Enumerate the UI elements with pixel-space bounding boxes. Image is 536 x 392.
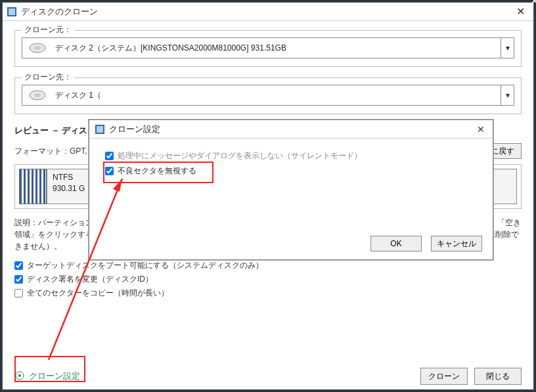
- gear-icon: [14, 370, 25, 383]
- outer-close-icon: ✕: [530, 0, 536, 7]
- bootable-checkbox[interactable]: ターゲットディスクをブート可能にする（システムディスクのみ）: [14, 260, 522, 271]
- allsectors-checkbox-input[interactable]: [14, 289, 23, 297]
- silent-mode-checkbox[interactable]: 処理中にメッセージやダイアログを表示しない（サイレントモード）: [105, 150, 477, 162]
- clone-settings-label: クローン設定: [29, 370, 80, 382]
- system-partition[interactable]: [19, 169, 47, 204]
- disksig-label: ディスク署名を変更（ディスクID）: [27, 274, 153, 285]
- dest-combo[interactable]: ディスク 1（ ▾: [22, 85, 514, 106]
- disk-icon: [22, 38, 53, 58]
- silent-mode-input[interactable]: [105, 152, 114, 160]
- clone-button[interactable]: クローン: [420, 368, 468, 385]
- svg-point-3: [34, 46, 41, 50]
- dialog-titlebar: クローン設定 ✕: [89, 120, 493, 139]
- svg-point-5: [34, 93, 41, 97]
- disksig-checkbox-input[interactable]: [14, 275, 23, 284]
- svg-rect-9: [97, 126, 103, 133]
- titlebar: ディスクのクローン ✕: [3, 3, 533, 21]
- app-icon: [7, 7, 17, 17]
- ignore-bad-sectors-checkbox[interactable]: 不良セクタを無視する: [105, 165, 477, 177]
- svg-rect-1: [9, 9, 15, 15]
- footer: クローン設定 クローン 閉じる: [3, 363, 533, 389]
- window-title: ディスクのクローン: [21, 6, 507, 18]
- dialog-cancel-button[interactable]: キャンセル: [431, 236, 482, 251]
- ignore-bad-sectors-input[interactable]: [105, 167, 114, 175]
- source-text: ディスク 2（システム）[KINGSTONSA2000M81000G] 931.…: [53, 38, 501, 58]
- dialog-icon: [95, 124, 105, 135]
- dialog-title: クローン設定: [109, 123, 474, 135]
- bootable-checkbox-input[interactable]: [14, 261, 23, 270]
- format-label: フォーマット：GPT,: [14, 146, 87, 157]
- close-button-footer[interactable]: 閉じる: [474, 368, 522, 385]
- dialog-close-icon[interactable]: ✕: [474, 124, 487, 135]
- clone-settings-link[interactable]: クローン設定: [14, 370, 80, 383]
- dialog-ok-button[interactable]: OK: [370, 236, 422, 251]
- clone-settings-dialog: クローン設定 ✕ 処理中にメッセージやダイアログを表示しない（サイレントモード）…: [89, 120, 493, 260]
- allsectors-checkbox[interactable]: 全てのセクターをコピー（時間が長い）: [14, 288, 522, 299]
- ignore-bad-sectors-label: 不良セクタを無視する: [118, 165, 196, 177]
- source-fieldset: クローン元： ディスク 2（システム）[KINGSTONSA2000M81000…: [14, 30, 522, 67]
- dialog-body: 処理中にメッセージやダイアログを表示しない（サイレントモード） 不良セクタを無視…: [89, 139, 493, 188]
- disk-icon: [22, 85, 53, 105]
- dest-fieldset: クローン先： ディスク 1（ ▾: [14, 77, 522, 114]
- svg-point-7: [18, 374, 21, 377]
- source-combo[interactable]: ディスク 2（システム）[KINGSTONSA2000M81000G] 931.…: [22, 37, 514, 58]
- dest-text: ディスク 1（: [53, 85, 501, 105]
- source-legend: クローン元：: [22, 24, 74, 35]
- dest-legend: クローン先：: [22, 72, 74, 83]
- bootable-label: ターゲットディスクをブート可能にする（システムディスクのみ）: [27, 260, 263, 271]
- silent-mode-label: 処理中にメッセージやダイアログを表示しない（サイレントモード）: [118, 150, 362, 162]
- allsectors-label: 全てのセクターをコピー（時間が長い）: [27, 288, 169, 299]
- chevron-down-icon[interactable]: ▾: [501, 38, 514, 58]
- chevron-down-icon[interactable]: ▾: [501, 85, 514, 105]
- close-icon[interactable]: ✕: [507, 3, 533, 20]
- disksig-checkbox[interactable]: ディスク署名を変更（ディスクID）: [14, 274, 522, 285]
